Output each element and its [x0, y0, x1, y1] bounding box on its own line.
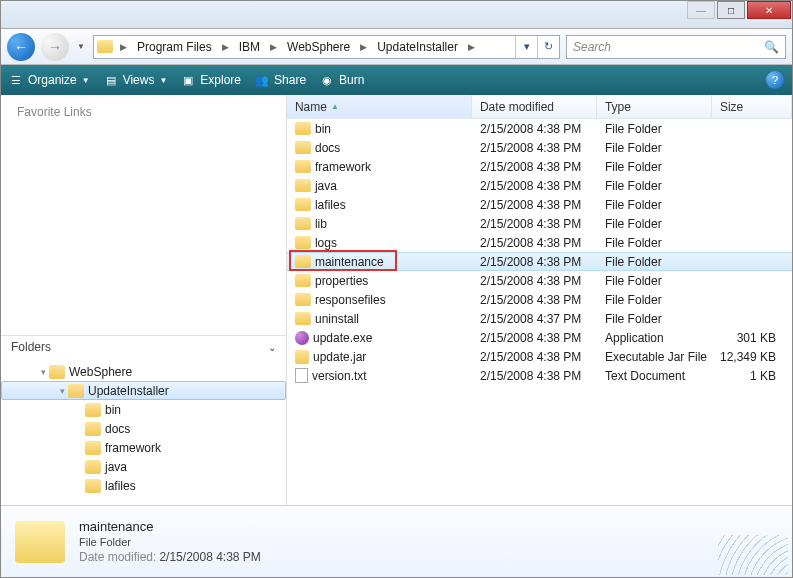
file-name: bin [315, 122, 331, 136]
tree-item-label: framework [105, 441, 161, 455]
minimize-button[interactable]: — [687, 1, 715, 19]
address-dropdown-button[interactable]: ▾ [515, 36, 537, 58]
explore-button[interactable]: ▣Explore [181, 73, 241, 87]
titlebar[interactable]: — □ ✕ [1, 1, 792, 29]
folder-icon [295, 122, 311, 135]
breadcrumb-segment[interactable]: Program Files [131, 36, 218, 58]
folder-icon [295, 179, 311, 192]
chevron-right-icon[interactable]: ▶ [266, 36, 281, 58]
recent-locations-button[interactable]: ▼ [75, 35, 87, 59]
file-row[interactable]: java2/15/2008 4:38 PMFile Folder [287, 176, 792, 195]
breadcrumb-segment[interactable]: IBM [233, 36, 266, 58]
views-icon: ▤ [104, 73, 118, 87]
column-size[interactable]: Size [712, 95, 792, 118]
file-name: maintenance [315, 255, 384, 269]
file-type: File Folder [597, 179, 712, 193]
forward-button[interactable]: → [41, 33, 69, 61]
refresh-button[interactable]: ↻ [537, 36, 559, 58]
file-date: 2/15/2008 4:38 PM [472, 274, 597, 288]
file-list-pane: Name▲ Date modified Type Size bin2/15/20… [287, 95, 792, 505]
burn-icon: ◉ [320, 73, 334, 87]
folder-icon [85, 441, 101, 455]
file-row[interactable]: responsefiles2/15/2008 4:38 PMFile Folde… [287, 290, 792, 309]
file-row[interactable]: lafiles2/15/2008 4:38 PMFile Folder [287, 195, 792, 214]
file-row[interactable]: uninstall2/15/2008 4:37 PMFile Folder [287, 309, 792, 328]
folder-icon [295, 217, 311, 230]
file-row[interactable]: version.txt2/15/2008 4:38 PMText Documen… [287, 366, 792, 385]
tree-item-label: bin [105, 403, 121, 417]
help-button[interactable]: ? [766, 71, 784, 89]
collapse-icon[interactable]: ▾ [37, 367, 49, 377]
file-name: docs [315, 141, 340, 155]
file-row[interactable]: framework2/15/2008 4:38 PMFile Folder [287, 157, 792, 176]
column-name[interactable]: Name▲ [287, 95, 472, 118]
breadcrumb-segment[interactable]: WebSphere [281, 36, 356, 58]
back-button[interactable]: ← [7, 33, 35, 61]
file-date: 2/15/2008 4:38 PM [472, 255, 597, 269]
tree-item-label: java [105, 460, 127, 474]
address-bar[interactable]: ▶ Program Files ▶ IBM ▶ WebSphere ▶ Upda… [93, 35, 560, 59]
file-row[interactable]: lib2/15/2008 4:38 PMFile Folder [287, 214, 792, 233]
folder-icon [15, 521, 65, 563]
file-date: 2/15/2008 4:38 PM [472, 179, 597, 193]
collapse-icon[interactable]: ▾ [56, 386, 68, 396]
folder-icon [85, 422, 101, 436]
breadcrumb-segment[interactable]: UpdateInstaller [371, 36, 464, 58]
tree-item[interactable]: lafiles [1, 476, 286, 495]
file-name: framework [315, 160, 371, 174]
folder-icon [295, 293, 311, 306]
tree-item[interactable]: ▾UpdateInstaller [1, 381, 286, 400]
organize-button[interactable]: ☰Organize▼ [9, 73, 90, 87]
chevron-right-icon[interactable]: ▶ [116, 36, 131, 58]
share-button[interactable]: 👥Share [255, 73, 306, 87]
command-bar: ☰Organize▼ ▤Views▼ ▣Explore 👥Share ◉Burn… [1, 65, 792, 95]
column-headers: Name▲ Date modified Type Size [287, 95, 792, 119]
file-row[interactable]: bin2/15/2008 4:38 PMFile Folder [287, 119, 792, 138]
tree-item[interactable]: docs [1, 419, 286, 438]
navbar: ← → ▼ ▶ Program Files ▶ IBM ▶ WebSphere … [1, 29, 792, 65]
tree-item[interactable]: ▾WebSphere [1, 362, 286, 381]
file-row[interactable]: update.jar2/15/2008 4:38 PMExecutable Ja… [287, 347, 792, 366]
file-type: File Folder [597, 236, 712, 250]
file-row[interactable]: properties2/15/2008 4:38 PMFile Folder [287, 271, 792, 290]
tree-item[interactable]: java [1, 457, 286, 476]
file-row[interactable]: maintenance2/15/2008 4:38 PMFile Folder [287, 252, 792, 271]
search-input[interactable]: Search 🔍 [566, 35, 786, 59]
folder-icon [94, 36, 116, 58]
burn-button[interactable]: ◉Burn [320, 73, 364, 87]
file-row[interactable]: update.exe2/15/2008 4:38 PMApplication30… [287, 328, 792, 347]
folders-header[interactable]: Folders ⌄ [1, 336, 286, 358]
file-date: 2/15/2008 4:38 PM [472, 160, 597, 174]
file-date: 2/15/2008 4:38 PM [472, 350, 597, 364]
maximize-button[interactable]: □ [717, 1, 745, 19]
file-name: lafiles [315, 198, 346, 212]
column-date[interactable]: Date modified [472, 95, 597, 118]
folders-section: Folders ⌄ ▾WebSphere▾UpdateInstallerbind… [1, 335, 286, 499]
folder-icon [68, 384, 84, 398]
tree-item[interactable]: framework [1, 438, 286, 457]
file-date: 2/15/2008 4:38 PM [472, 122, 597, 136]
tree-item-label: UpdateInstaller [88, 384, 169, 398]
chevron-right-icon[interactable]: ▶ [218, 36, 233, 58]
search-placeholder: Search [573, 40, 611, 54]
chevron-down-icon: ⌄ [268, 342, 276, 353]
file-date: 2/15/2008 4:38 PM [472, 369, 597, 383]
views-button[interactable]: ▤Views▼ [104, 73, 168, 87]
file-date: 2/15/2008 4:38 PM [472, 331, 597, 345]
details-pane: maintenance File Folder Date modified: 2… [1, 505, 792, 577]
details-modified: Date modified: 2/15/2008 4:38 PM [79, 550, 261, 564]
tree-item-label: lafiles [105, 479, 136, 493]
close-button[interactable]: ✕ [747, 1, 791, 19]
folder-icon [49, 365, 65, 379]
exe-icon [295, 331, 309, 345]
chevron-right-icon[interactable]: ▶ [464, 36, 479, 58]
file-row[interactable]: logs2/15/2008 4:38 PMFile Folder [287, 233, 792, 252]
chevron-right-icon[interactable]: ▶ [356, 36, 371, 58]
file-date: 2/15/2008 4:38 PM [472, 293, 597, 307]
file-type: File Folder [597, 141, 712, 155]
tree-item[interactable]: bin [1, 400, 286, 419]
file-name: version.txt [312, 369, 367, 383]
column-type[interactable]: Type [597, 95, 712, 118]
file-row[interactable]: docs2/15/2008 4:38 PMFile Folder [287, 138, 792, 157]
folder-icon [85, 460, 101, 474]
